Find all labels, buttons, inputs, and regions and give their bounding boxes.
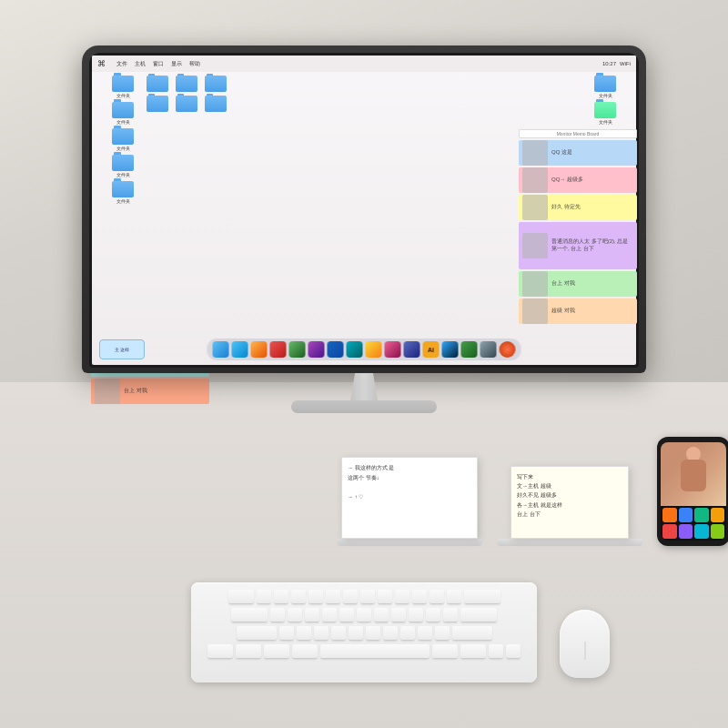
icon-label-right-1: 文件夹 <box>599 93 612 98</box>
dock-facetime[interactable] <box>347 341 363 358</box>
memo-right-tab-6 <box>522 298 548 324</box>
key-n[interactable] <box>366 626 380 641</box>
key-bracket-r[interactable] <box>447 590 461 604</box>
dock-music[interactable] <box>308 341 325 358</box>
key-a[interactable] <box>270 608 285 622</box>
dock-finder[interactable] <box>213 341 229 358</box>
notepad: → 我这样的方式 是 这两个 节奏↓ → ↑ ♡ <box>341 457 478 539</box>
dock-reminders[interactable] <box>385 341 401 358</box>
key-t[interactable] <box>326 590 340 604</box>
menu-item-3[interactable]: 窗口 <box>153 60 164 68</box>
grid-icon-5[interactable] <box>176 96 197 112</box>
memo-right-text-2: QQ→ 超级多 <box>551 177 633 184</box>
desktop-icon-5[interactable]: 文件夹 <box>105 181 141 204</box>
key-c[interactable] <box>314 626 329 641</box>
grid-icon-2[interactable] <box>176 76 197 92</box>
key-shift-r[interactable] <box>452 626 492 641</box>
dock-ps[interactable] <box>442 341 459 358</box>
desktop-icons-grid <box>147 76 230 112</box>
key-bracket-l[interactable] <box>430 590 444 604</box>
key-delete[interactable] <box>464 590 500 604</box>
desktop-icon-2[interactable]: 文件夹 <box>105 102 141 125</box>
key-fn[interactable] <box>207 644 233 659</box>
desktop-icon-right-1[interactable]: 文件夹 <box>587 76 623 98</box>
key-left[interactable] <box>489 644 503 659</box>
key-cmd-r[interactable] <box>432 644 458 659</box>
grid-icon-3[interactable] <box>205 76 227 92</box>
memo-right-tab-1 <box>522 140 548 166</box>
key-k[interactable] <box>391 608 406 622</box>
memo-right-5: 台上 对我 <box>519 271 637 297</box>
key-v[interactable] <box>331 626 346 641</box>
grid-icon-4[interactable] <box>147 96 168 112</box>
key-x[interactable] <box>297 626 311 641</box>
key-o[interactable] <box>395 590 410 604</box>
key-quote[interactable] <box>443 608 458 622</box>
key-b[interactable] <box>349 626 363 641</box>
key-g[interactable] <box>339 608 354 622</box>
menu-item-2[interactable]: 主机 <box>135 60 146 68</box>
dock-messages[interactable] <box>289 341 306 358</box>
key-alt-r[interactable] <box>460 644 486 659</box>
desktop-icon-1[interactable]: 文件夹 <box>105 76 141 98</box>
menu-item-5[interactable]: 帮助 <box>189 60 200 68</box>
phone-app-1 <box>662 508 677 522</box>
grid-icon-6[interactable] <box>205 96 227 112</box>
desktop-icon-right-2[interactable]: 文件夹 <box>587 102 623 125</box>
key-e[interactable] <box>291 590 306 604</box>
key-u[interactable] <box>360 590 375 604</box>
key-w[interactable] <box>274 590 288 604</box>
dock-ai[interactable]: Ai <box>423 341 440 358</box>
dock-settings[interactable] <box>480 341 497 358</box>
key-comma[interactable] <box>400 626 415 641</box>
key-caps[interactable] <box>231 608 268 622</box>
key-ctrl[interactable] <box>236 644 261 659</box>
apple-menu[interactable]: ⌘ <box>97 59 106 68</box>
dock-calendar[interactable] <box>404 341 420 358</box>
key-i[interactable] <box>378 590 392 604</box>
icon-label-3: 文件夹 <box>116 146 130 151</box>
key-return[interactable] <box>460 608 497 622</box>
dock-launchpad[interactable] <box>232 341 248 358</box>
key-h[interactable] <box>357 608 371 622</box>
key-j[interactable] <box>374 608 389 622</box>
menubar: ⌘ 文件 主机 窗口 显示 帮助 10:27 WiFi <box>92 56 636 72</box>
key-d[interactable] <box>305 608 319 622</box>
icon-label-1: 文件夹 <box>116 93 130 98</box>
key-tab[interactable] <box>228 590 254 604</box>
dock-safari[interactable] <box>251 341 268 358</box>
grid-icon-1[interactable] <box>147 76 168 92</box>
key-r[interactable] <box>308 590 323 604</box>
dock-green[interactable] <box>461 341 478 358</box>
key-right[interactable] <box>506 644 521 659</box>
mouse[interactable] <box>560 610 610 678</box>
monitor-sticker: 主 这样 <box>99 339 145 359</box>
menu-item-1[interactable]: 文件 <box>116 60 127 68</box>
key-row-2 <box>198 608 530 622</box>
key-dot[interactable] <box>418 626 432 641</box>
key-semi[interactable] <box>426 608 440 622</box>
desktop-icon-4[interactable]: 文件夹 <box>105 155 141 177</box>
key-shift-l[interactable] <box>237 626 277 641</box>
key-z[interactable] <box>279 626 294 641</box>
key-alt-l[interactable] <box>264 644 289 659</box>
notepad-stand <box>337 539 482 546</box>
dock-notes[interactable] <box>366 341 382 358</box>
key-cmd-l[interactable] <box>292 644 318 659</box>
menu-item-4[interactable]: 显示 <box>171 60 182 68</box>
key-q[interactable] <box>257 590 271 604</box>
key-l[interactable] <box>409 608 423 622</box>
key-slash[interactable] <box>435 626 450 641</box>
key-s[interactable] <box>288 608 302 622</box>
key-space[interactable] <box>320 644 430 659</box>
key-m[interactable] <box>383 626 398 641</box>
key-f[interactable] <box>322 608 337 622</box>
key-y[interactable] <box>343 590 358 604</box>
dock-trash[interactable] <box>500 341 516 358</box>
desktop-icon-3[interactable]: 文件夹 <box>105 128 141 151</box>
notes-stand <box>497 539 642 546</box>
key-p[interactable] <box>412 590 427 604</box>
keyboard[interactable] <box>191 582 537 682</box>
dock-photos[interactable] <box>328 341 344 358</box>
dock-mail[interactable] <box>270 341 287 358</box>
